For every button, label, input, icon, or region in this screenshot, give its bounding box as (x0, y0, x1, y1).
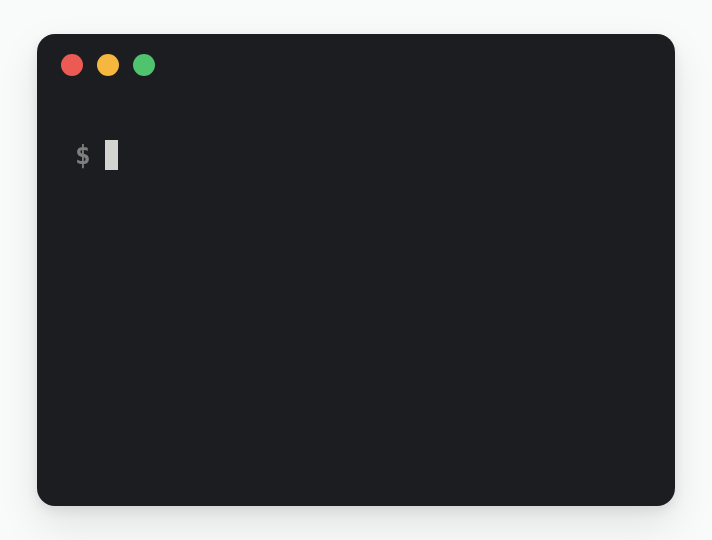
terminal-body[interactable]: $ (37, 96, 675, 506)
prompt-line: $ (75, 140, 637, 170)
terminal-window: $ (37, 34, 675, 506)
prompt-symbol: $ (75, 140, 91, 170)
titlebar (37, 34, 675, 96)
close-icon[interactable] (61, 54, 83, 76)
minimize-icon[interactable] (97, 54, 119, 76)
maximize-icon[interactable] (133, 54, 155, 76)
cursor-icon (105, 140, 118, 170)
